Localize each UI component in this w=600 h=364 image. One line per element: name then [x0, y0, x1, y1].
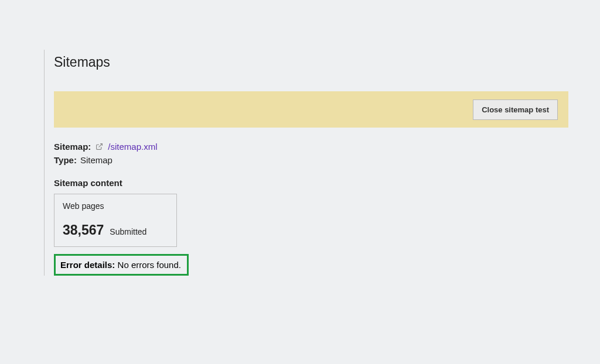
error-details-value: No errors found.: [118, 260, 181, 270]
card-label: Web pages: [63, 201, 168, 211]
sitemaps-panel: Sitemaps Close sitemap test Sitemap: /si…: [44, 50, 568, 276]
web-pages-card: Web pages 38,567 Submitted: [54, 194, 177, 247]
sitemap-link[interactable]: /sitemap.xml: [108, 142, 157, 152]
card-stats: 38,567 Submitted: [63, 222, 168, 238]
test-banner: Close sitemap test: [54, 91, 568, 128]
close-sitemap-test-button[interactable]: Close sitemap test: [473, 99, 558, 120]
error-details-highlight: Error details: No errors found.: [54, 254, 189, 276]
submitted-label: Submitted: [110, 227, 146, 236]
submitted-count: 38,567: [63, 222, 104, 238]
page-title: Sitemaps: [54, 54, 568, 70]
type-row: Type: Sitemap: [54, 155, 568, 165]
sitemap-row: Sitemap: /sitemap.xml: [54, 142, 568, 152]
sitemap-label: Sitemap:: [54, 142, 91, 152]
type-value: Sitemap: [80, 155, 112, 165]
type-label: Type:: [54, 155, 77, 165]
svg-line-0: [99, 144, 103, 147]
error-details-label: Error details:: [60, 260, 115, 270]
external-link-icon: [96, 143, 103, 150]
content-heading: Sitemap content: [54, 178, 568, 188]
